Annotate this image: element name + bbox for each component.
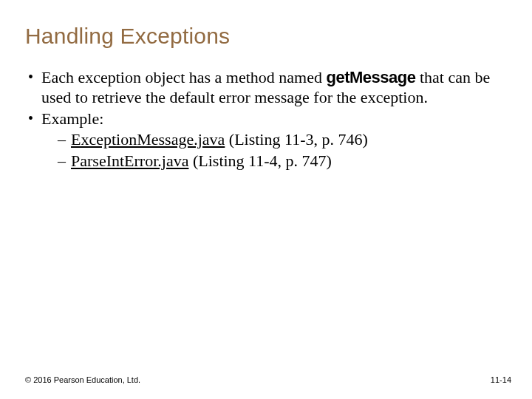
footer-copyright: © 2016 Pearson Education, Ltd. [25,375,140,384]
sub-bullet-2: ParseIntError.java (Listing 11-4, p. 747… [41,151,502,171]
sub-bullet-list: ExceptionMessage.java (Listing 11-3, p. … [41,130,502,171]
bullet-item-2: Example: ExceptionMessage.java (Listing … [25,109,502,171]
sub1-rest: (Listing 11-3, p. 746) [225,130,368,149]
bullet-item-1: Each exception object has a method named… [25,68,502,108]
link-exception-message[interactable]: ExceptionMessage.java [71,130,225,149]
sub-bullet-1: ExceptionMessage.java (Listing 11-3, p. … [41,130,502,150]
b1-text-pre: Each exception object has a method named [41,68,326,86]
bullet-list: Each exception object has a method named… [25,68,502,171]
sub2-rest: (Listing 11-4, p. 747) [188,151,332,170]
slide-body: Each exception object has a method named… [25,68,502,173]
footer-page-number: 11-14 [491,375,511,384]
link-parse-int-error[interactable]: ParseIntError.java [71,151,188,170]
b1-code: getMessage [326,68,415,86]
slide: Handling Exceptions Each exception objec… [0,0,532,399]
b2-text: Example: [41,109,103,128]
slide-title: Handling Exceptions [25,24,230,49]
